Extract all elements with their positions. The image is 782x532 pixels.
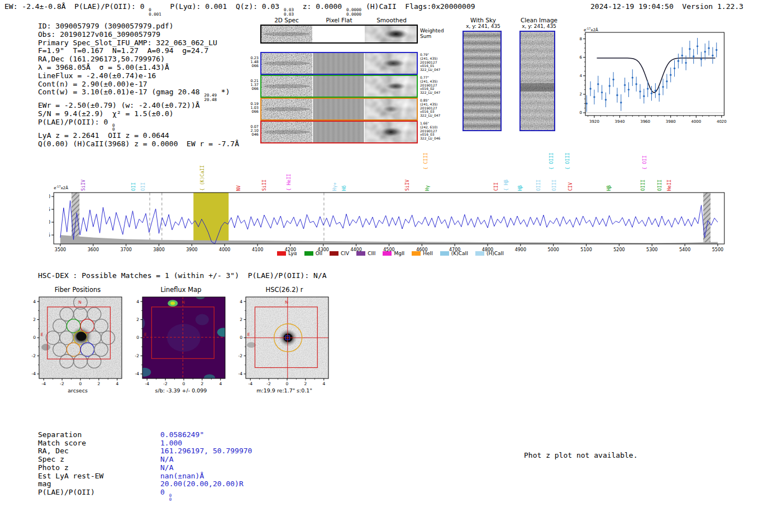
svg-text:0: 0 [183, 381, 185, 386]
svg-text:6: 6 [580, 55, 583, 60]
svg-text:N: N [285, 300, 288, 305]
spec2d-row-right-label: 1.66"(242, 610)20190127v016_03322_LU_046 [420, 122, 440, 141]
match-table-label: Separation [38, 430, 82, 439]
svg-text:OII: OII [140, 183, 146, 191]
hsc-match-summary: HSC-DEX : Possible Matches = 1 (within +… [38, 271, 327, 280]
svg-text:Hδ: Hδ [341, 185, 347, 191]
spec2d-row-right-label: 0.85"(241, 435)20190127v016_03322_LU_047 [420, 99, 440, 118]
match-table-value: 1.000 [160, 439, 182, 448]
svg-text:Hβ: Hβ [606, 185, 612, 191]
svg-text:10.0: 10.0 [49, 194, 50, 199]
svg-text:E: E [41, 332, 44, 337]
weighted-sum-label: WeightedSum [420, 28, 444, 39]
spec2d-row [260, 98, 418, 121]
spec2d-row [260, 75, 418, 98]
svg-text:OIII: OIII [536, 180, 541, 191]
svg-text:-4: -4 [135, 371, 140, 376]
spec2d-row-left-label: 0.211.37066 [246, 79, 259, 91]
legend-item: OII [304, 251, 322, 256]
svg-text:4: 4 [116, 381, 118, 386]
svg-text:{ (K)CaII: { (K)CaII [199, 165, 205, 191]
match-table-label: RA, Dec [38, 447, 69, 455]
info-line: ID: 3090057979 (3090057979.pdf) [38, 22, 256, 31]
clean-image-panel: Clean Image x, y: 241, 435 [519, 17, 559, 29]
match-table-label: Spec z [38, 455, 64, 463]
svg-text:0: 0 [580, 111, 582, 115]
svg-text:{ Hβ: { Hβ [503, 180, 509, 191]
legend-label: Lyα [288, 251, 297, 256]
svg-text:-2: -2 [266, 381, 271, 386]
legend-label: (K)CaII [451, 251, 468, 256]
svg-text:5.0: 5.0 [49, 220, 50, 225]
svg-text:NV: NV [236, 185, 241, 191]
info-line: LyA z = 2.2641 OII z = 0.0644 [38, 132, 256, 140]
match-table-value: 20.00(20.00,20.00)R [160, 480, 244, 488]
info-line: Primary Spec_Slot_IFU_AMP: 322_063_062_L… [38, 39, 256, 47]
fiber-positions-plot: NE-4-4-2-2002244 [22, 284, 128, 387]
svg-text:2: 2 [97, 381, 100, 386]
legend-swatch [412, 251, 421, 256]
svg-text:OIII: OIII [551, 180, 557, 191]
match-table-value: 0.0586249" [160, 431, 204, 439]
legend-item: MgII [383, 251, 404, 256]
spec2d-row [260, 121, 418, 143]
spec2d-panel: 2D Spec Pixel Flat Smoothed WeightedSum … [260, 17, 453, 148]
line-fit-plot: 39203940396039804000402002468e-17x2Å [575, 27, 732, 136]
spec2d-row [260, 52, 418, 75]
svg-text:0: 0 [33, 335, 36, 340]
match-table-row: mag20.00(20.00,20.00)R [38, 480, 261, 488]
match-table: Separation0.0586249"Match score1.000RA, … [38, 431, 261, 497]
legend-label: HeII [423, 251, 433, 256]
svg-text:{ HeII: { HeII [286, 174, 292, 191]
svg-text:4: 4 [580, 74, 583, 78]
legend-label: CIII [368, 251, 375, 256]
svg-text:0: 0 [240, 335, 242, 340]
svg-text:-2: -2 [163, 381, 168, 386]
svg-text:4000: 4000 [691, 119, 701, 124]
clean-image-title: Clean Image [519, 17, 559, 23]
svg-text:N: N [182, 300, 185, 305]
svg-text:4: 4 [136, 299, 139, 304]
info-line: Cont(w) = 3.10(±0.01)e-17 (gmag 20.48 20… [38, 88, 256, 102]
svg-text:-2: -2 [32, 353, 36, 358]
svg-text:0: 0 [286, 381, 289, 386]
info-line: LineFlux = -2.40(±0.74)e-16 [38, 72, 256, 80]
svg-text:2: 2 [201, 381, 203, 386]
svg-text:2: 2 [33, 317, 36, 322]
svg-text:{ OIII: { OIII [565, 152, 570, 170]
match-table-value: 0 00 [160, 488, 171, 502]
match-table-label: mag [38, 480, 51, 488]
svg-text:4: 4 [33, 299, 36, 304]
svg-text:4: 4 [240, 299, 242, 304]
svg-text:2: 2 [136, 317, 139, 322]
lineflux-map-caption: s/b: -3.39 +/- 0.099 [131, 387, 231, 394]
legend-swatch [356, 251, 365, 256]
match-table-row: Match score1.000 [38, 439, 261, 448]
svg-text:OII: OII [131, 183, 136, 191]
svg-text:OIII: OIII [657, 180, 662, 191]
match-table-row: Est LyA rest-EWnan(±nan)Å [38, 472, 261, 481]
svg-text:CII: CII [493, 183, 499, 191]
svg-text:SiIV: SiIV [80, 180, 86, 191]
legend-swatch [383, 251, 392, 256]
legend-swatch [304, 251, 313, 256]
info-line: P(LAE)/P(OII): 0 00 [38, 118, 256, 132]
svg-text:SiIV: SiIV [404, 180, 410, 191]
match-table-label: Est LyA rest-EW [38, 472, 103, 480]
info-line: F=1.9" T=0.167 N=1.27 A=0.94 g=24.7 [38, 47, 256, 55]
info-line: λ = 3968.05Å σ = 5.00(±1.43)Å [38, 64, 256, 72]
legend-label: (H)CaII [487, 251, 504, 256]
header-summary: EW: -2.4±-0.8Å P(LAE)/P(OII): 0 00.001 P… [4, 2, 475, 16]
legend-item: HeII [412, 251, 433, 256]
svg-text:Hγ: Hγ [425, 185, 430, 191]
with-sky-title: With Sky [462, 17, 504, 23]
svg-text:SiII: SiII [261, 180, 267, 191]
svg-text:-2: -2 [60, 381, 64, 386]
header-timestamp-version: 2024-12-19 19:04:50 Version 1.22.3 [590, 2, 743, 11]
hsc-cutout-caption: m:19.9 re:1.7" s:0.1" [234, 387, 335, 394]
spectrum-legend: LyαOIICIVCIIIMgIIHeII(K)CaII(H)CaII [49, 250, 732, 257]
lineflux-map-plot: NE-4-4-2-2002244 [126, 284, 232, 387]
spec2d-row-left-label: 0.072.10046 [246, 125, 259, 137]
match-table-value: 161.296197, 50.799970 [160, 447, 252, 456]
match-table-row: P(LAE)/P(OII)0 00 [38, 488, 261, 497]
